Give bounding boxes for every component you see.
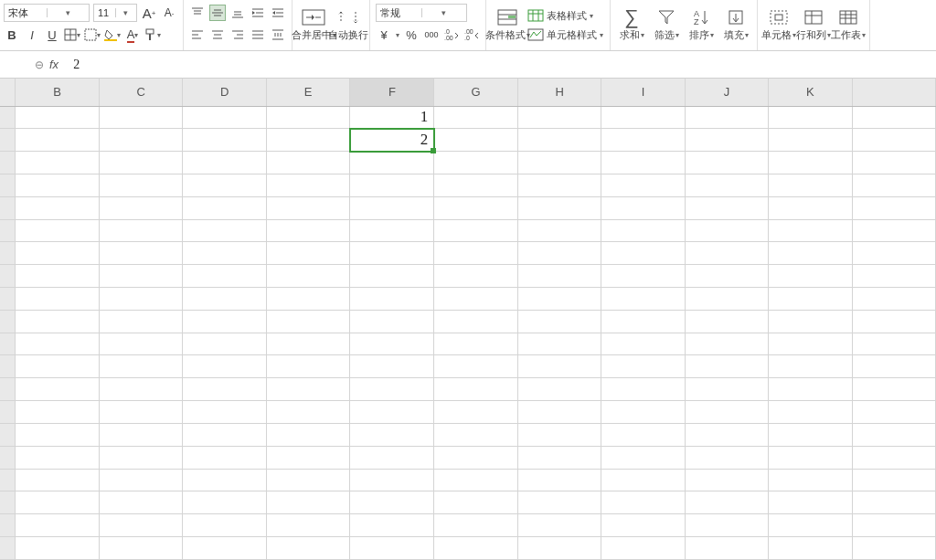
cell-I16[interactable] bbox=[601, 446, 685, 469]
cell-K12[interactable] bbox=[769, 355, 852, 378]
cell-J8[interactable] bbox=[685, 265, 768, 288]
cell-K11[interactable] bbox=[769, 333, 852, 355]
row-gutter[interactable] bbox=[0, 242, 16, 265]
row-gutter[interactable] bbox=[0, 106, 16, 129]
cell-C10[interactable] bbox=[99, 310, 183, 333]
cell-K3[interactable] bbox=[769, 152, 852, 174]
fill-color-icon[interactable]: ▾ bbox=[104, 26, 121, 43]
row-gutter[interactable] bbox=[0, 514, 16, 537]
cell-J18[interactable] bbox=[685, 491, 768, 514]
row-gutter[interactable] bbox=[0, 152, 16, 174]
cell-D14[interactable] bbox=[183, 401, 267, 424]
cell-E10[interactable] bbox=[266, 310, 349, 333]
cell-B12[interactable] bbox=[16, 355, 99, 378]
cell-C3[interactable] bbox=[99, 152, 183, 174]
cell-J12[interactable] bbox=[685, 355, 768, 378]
cell-button[interactable]: 单元格▾ bbox=[763, 5, 794, 46]
cell-style-button[interactable]: 单元格样式▾ bbox=[526, 26, 604, 44]
cell-E9[interactable] bbox=[266, 288, 349, 311]
cell-I11[interactable] bbox=[601, 333, 685, 355]
cell-C7[interactable] bbox=[99, 242, 183, 265]
justify-icon[interactable] bbox=[250, 26, 266, 43]
row-gutter[interactable] bbox=[0, 469, 16, 491]
cell-D11[interactable] bbox=[183, 333, 267, 355]
cell-D4[interactable] bbox=[183, 174, 267, 196]
cell[interactable] bbox=[852, 288, 935, 311]
cell-E12[interactable] bbox=[266, 355, 349, 378]
cell-F20[interactable] bbox=[350, 536, 434, 559]
cell-H17[interactable] bbox=[517, 469, 601, 491]
cell[interactable] bbox=[852, 265, 935, 288]
filter-button[interactable]: 筛选▾ bbox=[651, 5, 682, 46]
cell-F1[interactable]: 1 bbox=[350, 106, 434, 129]
cell-I13[interactable] bbox=[601, 378, 685, 401]
align-center-icon[interactable] bbox=[209, 26, 226, 43]
cell-H13[interactable] bbox=[517, 378, 601, 401]
cell[interactable] bbox=[852, 129, 935, 152]
cell-J2[interactable] bbox=[685, 129, 768, 152]
cell-H15[interactable] bbox=[517, 423, 601, 446]
cell-F16[interactable] bbox=[350, 446, 434, 469]
comma-style-button[interactable]: 000 bbox=[423, 26, 440, 43]
cell-C11[interactable] bbox=[99, 333, 183, 355]
cell-J13[interactable] bbox=[685, 378, 768, 401]
cell-D19[interactable] bbox=[183, 514, 267, 537]
cell-D1[interactable] bbox=[183, 106, 267, 129]
cell-F13[interactable] bbox=[350, 378, 434, 401]
cell-F11[interactable] bbox=[350, 333, 434, 355]
align-middle-icon[interactable] bbox=[209, 5, 226, 21]
cell-D7[interactable] bbox=[183, 242, 267, 265]
cell-D3[interactable] bbox=[183, 152, 267, 174]
cell-K9[interactable] bbox=[769, 288, 852, 311]
cell-B7[interactable] bbox=[16, 242, 99, 265]
row-gutter[interactable] bbox=[0, 288, 16, 311]
column-header-D[interactable]: D bbox=[183, 79, 267, 106]
cell-H7[interactable] bbox=[517, 242, 601, 265]
cell-C6[interactable] bbox=[99, 219, 183, 242]
row-gutter[interactable] bbox=[0, 174, 16, 196]
cell-F6[interactable] bbox=[350, 219, 434, 242]
cell[interactable] bbox=[852, 491, 935, 514]
cell-G1[interactable] bbox=[434, 106, 518, 129]
cell-C12[interactable] bbox=[99, 355, 183, 378]
underline-button[interactable]: U bbox=[44, 26, 60, 43]
cell-B10[interactable] bbox=[16, 310, 99, 333]
cell-J9[interactable] bbox=[685, 288, 768, 311]
cell-H12[interactable] bbox=[517, 355, 601, 378]
cell-G11[interactable] bbox=[434, 333, 518, 355]
cell[interactable] bbox=[852, 469, 935, 491]
cell-B19[interactable] bbox=[16, 514, 99, 537]
cell-J6[interactable] bbox=[685, 219, 768, 242]
cell-J16[interactable] bbox=[685, 446, 768, 469]
cell-J20[interactable] bbox=[685, 536, 768, 559]
cell-C4[interactable] bbox=[99, 174, 183, 196]
cell-B16[interactable] bbox=[16, 446, 99, 469]
cell-I18[interactable] bbox=[601, 491, 685, 514]
cell-B3[interactable] bbox=[16, 152, 99, 174]
increase-font-icon[interactable]: A+ bbox=[141, 5, 157, 21]
cell-G15[interactable] bbox=[434, 423, 518, 446]
cell-J3[interactable] bbox=[685, 152, 768, 174]
cell-G17[interactable] bbox=[434, 469, 518, 491]
cell-I12[interactable] bbox=[601, 355, 685, 378]
cell-E18[interactable] bbox=[266, 491, 349, 514]
cell-B14[interactable] bbox=[16, 401, 99, 424]
cell-D12[interactable] bbox=[183, 355, 267, 378]
cell[interactable] bbox=[852, 423, 935, 446]
cell-F10[interactable] bbox=[350, 310, 434, 333]
cell-K14[interactable] bbox=[769, 401, 852, 424]
cell-K7[interactable] bbox=[769, 242, 852, 265]
row-gutter[interactable] bbox=[0, 355, 16, 378]
cell-H6[interactable] bbox=[517, 219, 601, 242]
increase-decimal-icon[interactable]: .0.00 bbox=[443, 26, 460, 43]
worksheet-button[interactable]: 工作表▾ bbox=[833, 5, 864, 46]
cell-B6[interactable] bbox=[16, 219, 99, 242]
cell-F19[interactable] bbox=[350, 514, 434, 537]
format-painter-icon[interactable]: ▾ bbox=[144, 26, 161, 43]
conditional-format-button[interactable]: 条件格式▾ bbox=[492, 5, 523, 46]
cell-C20[interactable] bbox=[99, 536, 183, 559]
cell-I7[interactable] bbox=[601, 242, 685, 265]
corner-cell[interactable] bbox=[0, 79, 16, 106]
cell-E14[interactable] bbox=[266, 401, 349, 424]
cell-K19[interactable] bbox=[769, 514, 852, 537]
